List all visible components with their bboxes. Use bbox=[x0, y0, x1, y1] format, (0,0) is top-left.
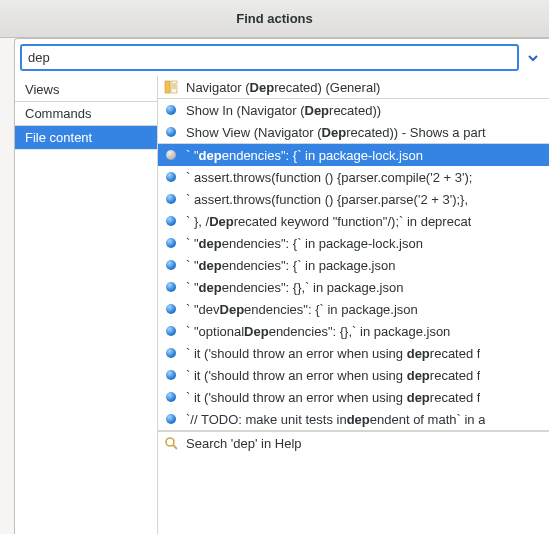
result-row[interactable]: ` it ('should throw an error when using … bbox=[158, 364, 549, 386]
result-label: ` it ('should throw an error when using … bbox=[186, 368, 480, 383]
result-row[interactable]: ` "dependencies": {` in package-lock.jso… bbox=[158, 232, 549, 254]
bullet-icon bbox=[164, 280, 178, 294]
window-title: Find actions bbox=[0, 0, 549, 38]
bullet-icon bbox=[164, 236, 178, 250]
result-row[interactable]: ` "optionalDependencies": {},` in packag… bbox=[158, 320, 549, 342]
bullet-icon bbox=[164, 412, 178, 426]
navigator-icon bbox=[164, 80, 178, 94]
bullet-icon bbox=[164, 324, 178, 338]
category-sidebar: ViewsCommandsFile content bbox=[15, 76, 158, 534]
result-label: ` "dependencies": {` in package.json bbox=[186, 258, 395, 273]
result-row[interactable]: ` }, /Deprecated keyword "function"/);` … bbox=[158, 210, 549, 232]
result-row[interactable]: `// TODO: make unit tests independent of… bbox=[158, 408, 549, 431]
result-label: Search 'dep' in Help bbox=[186, 436, 302, 451]
result-label: ` "dependencies": {` in package-lock.jso… bbox=[186, 236, 423, 251]
bullet-icon bbox=[164, 302, 178, 316]
result-label: ` assert.throws(function () {parser.pars… bbox=[186, 192, 468, 207]
bullet-icon bbox=[164, 368, 178, 382]
bullet-icon bbox=[164, 390, 178, 404]
results-list: Navigator (Deprecated) (General)Show In … bbox=[158, 76, 549, 534]
bullet-icon bbox=[164, 148, 178, 162]
content-area: ViewsCommandsFile content Navigator (Dep… bbox=[15, 76, 549, 534]
bullet-icon bbox=[164, 125, 178, 139]
svg-rect-0 bbox=[165, 81, 170, 93]
result-row[interactable]: ` it ('should throw an error when using … bbox=[158, 386, 549, 408]
svg-point-5 bbox=[166, 438, 174, 446]
result-label: ` "devDependencies": {` in package.json bbox=[186, 302, 418, 317]
result-row[interactable]: Navigator (Deprecated) (General) bbox=[158, 76, 549, 99]
bullet-icon bbox=[164, 258, 178, 272]
svg-rect-1 bbox=[171, 81, 177, 93]
search-help-icon bbox=[164, 436, 178, 450]
result-label: ` "dependencies": {},` in package.json bbox=[186, 280, 403, 295]
bullet-icon bbox=[164, 346, 178, 360]
result-row[interactable]: ` assert.throws(function () {parser.comp… bbox=[158, 166, 549, 188]
bullet-icon bbox=[164, 192, 178, 206]
bullet-icon bbox=[164, 170, 178, 184]
result-row[interactable]: ` "devDependencies": {` in package.json bbox=[158, 298, 549, 320]
result-label: ` assert.throws(function () {parser.comp… bbox=[186, 170, 472, 185]
svg-line-6 bbox=[173, 445, 177, 449]
category-item[interactable]: Views bbox=[15, 78, 157, 102]
result-row[interactable]: ` "dependencies": {` in package.json bbox=[158, 254, 549, 276]
result-label: Show View (Navigator (Deprecated)) - Sho… bbox=[186, 125, 486, 140]
result-label: ` it ('should throw an error when using … bbox=[186, 346, 480, 361]
result-label: Show In (Navigator (Deprecated)) bbox=[186, 103, 381, 118]
chevron-down-icon bbox=[527, 52, 539, 64]
dialog-body: ViewsCommandsFile content Navigator (Dep… bbox=[14, 38, 549, 534]
result-row[interactable]: Show In (Navigator (Deprecated)) bbox=[158, 99, 549, 121]
result-label: ` }, /Deprecated keyword "function"/);` … bbox=[186, 214, 471, 229]
bullet-icon bbox=[164, 103, 178, 117]
result-row[interactable]: ` "dependencies": {},` in package.json bbox=[158, 276, 549, 298]
result-row[interactable]: ` assert.throws(function () {parser.pars… bbox=[158, 188, 549, 210]
result-label: ` "optionalDependencies": {},` in packag… bbox=[186, 324, 450, 339]
search-input[interactable] bbox=[20, 44, 519, 71]
result-row[interactable]: ` it ('should throw an error when using … bbox=[158, 342, 549, 364]
result-label: ` "dependencies": {` in package-lock.jso… bbox=[186, 148, 423, 163]
result-row[interactable]: Show View (Navigator (Deprecated)) - Sho… bbox=[158, 121, 549, 144]
result-label: `// TODO: make unit tests independent of… bbox=[186, 412, 485, 427]
result-row[interactable]: ` "dependencies": {` in package-lock.jso… bbox=[158, 144, 549, 166]
category-item[interactable]: Commands bbox=[15, 102, 157, 126]
search-row bbox=[15, 39, 549, 76]
category-item[interactable]: File content bbox=[15, 126, 157, 150]
result-label: Navigator (Deprecated) (General) bbox=[186, 80, 380, 95]
bullet-icon bbox=[164, 214, 178, 228]
result-row[interactable]: Search 'dep' in Help bbox=[158, 431, 549, 454]
history-dropdown-button[interactable] bbox=[522, 44, 544, 71]
result-label: ` it ('should throw an error when using … bbox=[186, 390, 480, 405]
